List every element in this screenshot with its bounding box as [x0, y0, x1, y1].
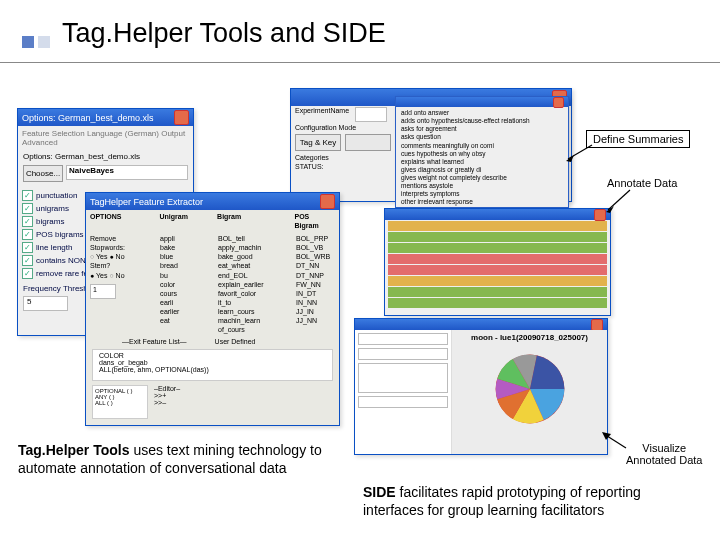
left-body-text: Tag.Helper Tools uses text mining techno… [18, 442, 328, 477]
title-divider [0, 62, 720, 63]
svg-marker-4 [606, 206, 614, 213]
options-title-text: Options: German_best_demo.xls [22, 113, 154, 123]
viz-chart-title: moon - lue1(20090718_025007) [452, 333, 607, 342]
classifier-row: Choose... NaiveBayes [18, 163, 193, 184]
viz-chart-area: moon - lue1(20090718_025007) [452, 330, 607, 454]
freq-value[interactable]: 5 [23, 296, 68, 311]
close-icon[interactable] [553, 97, 564, 108]
chk-punctuation[interactable]: punctuation [36, 191, 77, 200]
visualize-label: VisualizeAnnotated Data [626, 442, 702, 466]
fe-col-bigram: Bigram [217, 212, 280, 230]
fe-col-options: OPTIONS [90, 212, 145, 230]
fe-titlebar: TagHelper Feature Extractor [86, 193, 339, 210]
slide-title: Tag.Helper Tools and SIDE [62, 18, 386, 49]
feature-extractor-window: TagHelper Feature Extractor OPTIONS Unig… [85, 192, 340, 426]
arrow-visualize [600, 430, 630, 452]
pie-chart-icon [487, 346, 573, 432]
define-summaries-label: Define Summaries [586, 130, 690, 148]
fe-exit[interactable]: —Exit Feature List— [122, 338, 187, 345]
arrow-define [566, 143, 596, 163]
fe-remove-sw: Remove Stopwords: [90, 234, 146, 252]
accent-square-light [38, 36, 50, 48]
summary-label: ExperimentName [295, 107, 349, 122]
fe-symbols[interactable]: >>+ >>– [154, 392, 333, 406]
svg-marker-6 [602, 432, 611, 440]
fe-stem-no[interactable]: No [116, 272, 125, 279]
fe-col-pos: POS Bigram [295, 212, 335, 230]
viz-side-panel [355, 330, 452, 454]
chk-line-length[interactable]: line length [36, 243, 72, 252]
viz-titlebar [355, 319, 607, 330]
accent-square-dark [22, 36, 34, 48]
right-body-text: SIDE facilitates rapid prototyping of re… [363, 484, 705, 519]
fe-unigrams: appli bake blue bread bu color cours ear… [160, 234, 204, 334]
visualize-window: moon - lue1(20090718_025007) [354, 318, 608, 455]
close-icon[interactable] [174, 110, 189, 125]
fe-stem-yes[interactable]: Yes [96, 272, 107, 279]
tabs-row: Feature Selection Language (German) Outp… [18, 126, 193, 150]
fe-sw-no[interactable]: No [116, 253, 125, 260]
fe-options-block: Remove Stopwords: ○ Yes ● No Stem? ● Yes… [90, 234, 146, 334]
classifier-value: NaiveBayes [69, 166, 114, 175]
when-button[interactable] [345, 134, 391, 151]
menu-window: add onto answer adds onto hypothesis/cau… [395, 96, 569, 208]
fe-user-defined: User Defined [215, 338, 256, 345]
fe-threshold[interactable]: 1 [90, 284, 116, 299]
summary-status: STATUS: [295, 163, 324, 170]
fe-title: TagHelper Feature Extractor [90, 197, 203, 207]
fe-col-unigram: Unigram [159, 212, 203, 230]
annotate-window [384, 208, 611, 316]
arrow-annotate [604, 188, 634, 214]
tag-key-button[interactable]: Tag & Key [295, 134, 341, 151]
options-file-label: Options: German_best_demo.xls [18, 150, 193, 163]
summary-items[interactable]: add onto answer adds onto hypothesis/cau… [396, 107, 568, 209]
fe-opt-code: OPTIONAL ( ) ANY ( ) ALL ( ) [92, 385, 148, 419]
slide-title-bar: Tag.Helper Tools and SIDE [22, 18, 386, 49]
choose-button[interactable]: Choose... [23, 165, 63, 182]
svg-line-3 [608, 190, 630, 210]
svg-marker-2 [566, 155, 574, 162]
fe-bigrams: BOL_tell apply_machin bake_good eat_whea… [218, 234, 282, 334]
fe-editor-label: –Editor– [154, 385, 333, 392]
fe-color-list: COLOR dans_or_begab ALL(before, ahm, OPT… [92, 349, 333, 381]
options-titlebar: Options: German_best_demo.xls [18, 109, 193, 126]
chk-bigrams[interactable]: bigrams [36, 217, 64, 226]
menu-titlebar [396, 97, 568, 107]
fe-pos: BOL_PRP BOL_VB BOL_WRB DT_NN DT_NNP FW_N… [296, 234, 330, 334]
fe-stem: Stem? [90, 261, 146, 270]
fe-sw-yes[interactable]: Yes [96, 253, 107, 260]
annotate-titlebar [385, 209, 610, 220]
close-icon[interactable] [320, 194, 335, 209]
annotate-stripes [385, 221, 610, 308]
chk-unigrams[interactable]: unigrams [36, 204, 69, 213]
close-icon[interactable] [591, 319, 603, 331]
